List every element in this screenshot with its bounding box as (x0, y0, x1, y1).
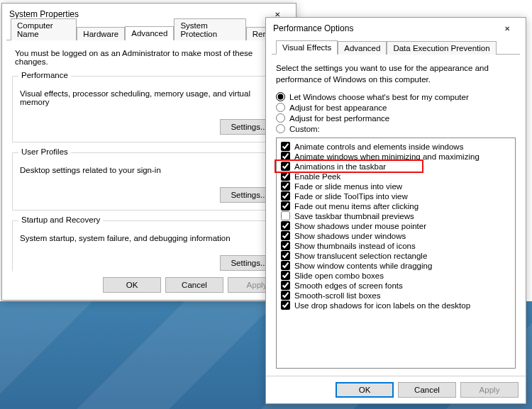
tab-hardware[interactable]: Hardware (77, 27, 125, 40)
option-row[interactable]: Fade out menu items after clicking (281, 201, 511, 211)
tab-advanced[interactable]: Advanced (338, 41, 387, 55)
option-checkbox[interactable] (281, 231, 290, 240)
option-checkbox[interactable] (281, 191, 290, 201)
system-properties-dialog: System Properties Computer NameHardwareA… (1, 3, 297, 301)
option-row[interactable]: Show shadows under mouse pointer (281, 221, 511, 230)
option-checkbox[interactable] (281, 281, 290, 290)
option-label: Animate controls and elements inside win… (294, 142, 463, 151)
option-label: Save taskbar thumbnail previews (294, 212, 414, 220)
titlebar[interactable]: Performance Options (266, 18, 526, 39)
option-row[interactable]: Show shadows under windows (281, 231, 511, 240)
close-button[interactable] (494, 21, 520, 35)
ok-button[interactable]: OK (336, 382, 394, 398)
radio-option[interactable]: Let Windows choose what's best for my co… (276, 92, 516, 101)
option-label: Show window contents while dragging (294, 262, 432, 270)
option-row[interactable]: Smooth edges of screen fonts (281, 281, 511, 290)
ok-button[interactable]: OK (103, 277, 161, 293)
radio-option[interactable]: Adjust for best appearance (276, 103, 516, 112)
group-legend: Performance (18, 71, 71, 79)
option-row[interactable]: Use drop shadows for icon labels on the … (281, 301, 511, 310)
option-label: Show thumbnails instead of icons (294, 242, 416, 250)
radio-input[interactable] (276, 113, 285, 123)
option-checkbox[interactable] (281, 291, 290, 300)
option-label: Show translucent selection rectangle (294, 252, 427, 260)
option-label: Fade or slide menus into view (294, 182, 402, 191)
option-label: Animations in the taskbar (294, 162, 386, 171)
group-legend: Startup and Recovery (18, 215, 103, 224)
radio-label: Adjust for best performance (289, 114, 389, 123)
option-label: Show shadows under mouse pointer (294, 222, 426, 230)
radio-group: Let Windows choose what's best for my co… (276, 91, 516, 135)
option-row[interactable]: Enable Peek (281, 172, 511, 181)
option-checkbox[interactable] (281, 261, 290, 270)
tab-advanced[interactable]: Advanced (125, 26, 174, 40)
option-checkbox[interactable] (281, 241, 290, 250)
radio-input[interactable] (276, 124, 285, 133)
option-label: Show shadows under windows (294, 232, 406, 240)
group-performance: Performance Visual effects, processor sc… (12, 76, 286, 142)
option-checkbox[interactable] (281, 152, 290, 161)
cancel-button[interactable]: Cancel (165, 277, 223, 293)
option-checkbox[interactable] (281, 142, 290, 151)
option-row[interactable]: Fade or slide menus into view (281, 181, 511, 191)
radio-option[interactable]: Custom: (276, 124, 516, 133)
dialog-title: System Properties (9, 9, 79, 19)
radio-label: Let Windows choose what's best for my co… (289, 93, 469, 101)
option-checkbox[interactable] (281, 181, 290, 191)
tab-row: Computer NameHardwareAdvancedSystem Prot… (6, 25, 292, 40)
tab-system-protection[interactable]: System Protection (174, 18, 245, 40)
group-desc: System startup, system failure, and debu… (20, 234, 278, 242)
option-label: Slide open combo boxes (294, 271, 384, 280)
intro-text: You must be logged on as an Administrato… (15, 49, 283, 66)
footer-buttons: OK Cancel Apply (266, 376, 526, 403)
option-checkbox[interactable] (281, 172, 290, 181)
option-label: Smooth edges of screen fonts (294, 281, 403, 290)
performance-options-dialog: Performance Options Visual EffectsAdvanc… (265, 17, 526, 404)
option-checkbox[interactable] (281, 221, 290, 230)
group-legend: User Profiles (18, 147, 71, 156)
dialog-body: Select the settings you want to use for … (266, 55, 526, 373)
option-label: Fade or slide ToolTips into view (294, 192, 408, 201)
option-checkbox[interactable] (281, 271, 290, 280)
option-row[interactable]: Slide open combo boxes (281, 271, 511, 280)
radio-input[interactable] (276, 92, 285, 101)
option-label: Smooth-scroll list boxes (294, 291, 380, 300)
option-label: Use drop shadows for icon labels on the … (294, 301, 470, 310)
tab-visual-effects[interactable]: Visual Effects (276, 40, 338, 55)
tab-data-execution-prevention[interactable]: Data Execution Prevention (387, 41, 496, 55)
footer-buttons: OK Cancel Apply (2, 271, 296, 300)
dialog-title: Performance Options (273, 23, 353, 33)
group-desc: Desktop settings related to your sign-in (20, 166, 278, 174)
group-desc: Visual effects, processor scheduling, me… (20, 89, 278, 106)
option-row[interactable]: Fade or slide ToolTips into view (281, 191, 511, 201)
close-icon (504, 24, 510, 33)
option-label: Animate windows when minimizing and maxi… (294, 152, 480, 161)
option-row[interactable]: Animations in the taskbar (281, 162, 511, 171)
cancel-button[interactable]: Cancel (398, 382, 456, 398)
option-row[interactable]: Show window contents while dragging (281, 261, 511, 270)
tab-row: Visual EffectsAdvancedData Execution Pre… (272, 39, 520, 55)
option-label: Enable Peek (294, 172, 340, 181)
option-checkbox[interactable] (281, 301, 290, 310)
group-startup-recovery: Startup and Recovery System startup, sys… (12, 220, 286, 271)
option-checkbox[interactable] (281, 211, 290, 220)
radio-option[interactable]: Adjust for best performance (276, 113, 516, 123)
radio-label: Adjust for best appearance (289, 103, 387, 112)
option-row[interactable]: Smooth-scroll list boxes (281, 291, 511, 300)
options-listbox[interactable]: Animate controls and elements inside win… (276, 138, 516, 369)
option-checkbox[interactable] (281, 201, 290, 211)
group-user-profiles: User Profiles Desktop settings related t… (12, 152, 286, 211)
option-label: Fade out menu items after clicking (294, 202, 419, 211)
option-row[interactable]: Show thumbnails instead of icons (281, 241, 511, 250)
radio-input[interactable] (276, 103, 285, 112)
option-row[interactable]: Animate windows when minimizing and maxi… (281, 152, 511, 161)
option-row[interactable]: Animate controls and elements inside win… (281, 142, 511, 151)
tab-computer-name[interactable]: Computer Name (11, 18, 77, 40)
option-row[interactable]: Save taskbar thumbnail previews (281, 211, 511, 220)
apply-button[interactable]: Apply (460, 382, 519, 398)
option-row[interactable]: Show translucent selection rectangle (281, 251, 511, 260)
option-checkbox[interactable] (281, 251, 290, 260)
radio-label: Custom: (289, 125, 320, 133)
dialog-body: You must be logged on as an Administrato… (2, 40, 296, 271)
option-checkbox[interactable] (281, 162, 290, 171)
